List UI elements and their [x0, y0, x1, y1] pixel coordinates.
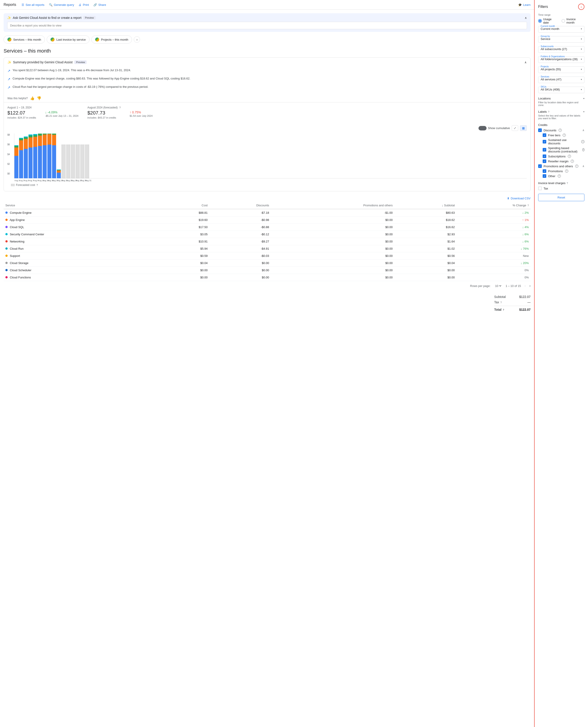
group-by-select[interactable]: Group by Service [538, 36, 584, 43]
total-help-icon[interactable]: ? [503, 309, 504, 311]
invoice-section: Invoice level charges ? Tax [538, 182, 584, 190]
x-label-7: Aug 15 [47, 180, 51, 182]
gemini-input[interactable] [7, 22, 527, 29]
other-help-icon[interactable]: ? [558, 174, 561, 178]
discounts-checkbox[interactable]: ✓ [538, 128, 542, 132]
subaccounts-select[interactable]: Subaccounts All subaccounts (27) [538, 46, 584, 53]
reseller-checkbox[interactable]: ✓ [543, 160, 546, 163]
download-icon: ⬇ [507, 197, 509, 200]
search-icon: 🔍 [49, 3, 52, 6]
summary-bullet-3: ↗ Cloud Run had the largest percentage c… [7, 83, 527, 91]
promotions-expand-icon[interactable]: ∧ [582, 165, 584, 168]
current-month-select[interactable]: Current month Current month [538, 26, 584, 33]
col-service: Service [4, 202, 163, 209]
x-label-0: Aug 1 [14, 180, 18, 182]
gemini-banner-header: ✨ Ask Gemini Cloud Assist to find or cre… [7, 16, 527, 20]
usage-date-radio-circle [538, 19, 542, 23]
forecast-help-icon[interactable]: ? [120, 106, 121, 109]
summary-bullet-1: ↗ You spent $122.07 between Aug 1-19, 20… [7, 67, 527, 75]
subscriptions-checkbox-row: ✓ Subscriptions ? [543, 154, 584, 158]
promotions-others-help-icon[interactable]: ? [575, 165, 579, 168]
subscriptions-checkbox[interactable]: ✓ [543, 154, 546, 158]
labels-row[interactable]: Labels ? [538, 110, 584, 113]
tab-services-this-month[interactable]: Services – this month [4, 36, 45, 44]
forecast-help-icon[interactable]: ? [36, 184, 38, 186]
promotions-others-checkbox[interactable]: ✓ [538, 164, 542, 168]
spending-help-icon[interactable]: ? [582, 148, 584, 151]
locations-filter: Locations Filter by location data like r… [538, 97, 584, 106]
line-chart-button[interactable]: ⤢ [512, 125, 518, 131]
promotions-help-icon[interactable]: ? [565, 169, 568, 173]
skus-select[interactable]: SKUs All SKUs (408) [538, 87, 584, 93]
invoice-month-radio[interactable]: Invoice month [562, 18, 584, 24]
services-select[interactable]: Services All services (47) [538, 77, 584, 83]
generate-query-link[interactable]: 🔍 Generate query [49, 3, 74, 6]
top-nav: Reports ☰ See all reports 🔍 Generate que… [0, 0, 534, 9]
discounts-expand-icon[interactable]: ∧ [582, 129, 584, 132]
folders-select[interactable]: Folders & Organizations All folders/orga… [538, 56, 584, 63]
chart-section: Show cumulative ⤢ ▦ $8 $6 $4 $2 $0 [4, 123, 530, 191]
projects-select[interactable]: Projects All projects (55) [538, 66, 584, 73]
usage-date-radio[interactable]: Usage date [538, 18, 558, 24]
toggle-switch[interactable] [479, 126, 487, 130]
cell-cost: $88.81 [163, 209, 209, 216]
tax-help-icon[interactable]: ? [501, 301, 502, 304]
x-label-4: Aug 9 [33, 180, 37, 182]
thumbs-up-button[interactable]: 👍 [30, 96, 35, 100]
total-row: Total ? $122.07 [494, 306, 530, 312]
tax-invoice-checkbox[interactable] [538, 187, 542, 190]
invoice-level-row: Invoice level charges ? [538, 182, 584, 185]
sustained-checkbox[interactable]: ✓ [543, 140, 546, 144]
pagination-prev-button[interactable]: ‹ [524, 284, 526, 288]
cumulative-toggle[interactable]: Show cumulative [479, 126, 510, 130]
x-labels: Aug 1Aug 3Aug 5Aug 7Aug 9Aug 11Aug 13Aug… [14, 180, 527, 182]
rows-per-page-select[interactable]: 10 25 50 [494, 284, 502, 288]
collapse-filters-button[interactable]: › [578, 4, 584, 10]
tab-last-invoice[interactable]: Last invoice by service [47, 36, 89, 44]
download-csv-button[interactable]: ⬇ Download CSV [507, 197, 530, 200]
change-help-icon[interactable]: ? [527, 204, 529, 207]
sustained-help-icon[interactable]: ? [581, 140, 584, 143]
tab-projects-this-month[interactable]: Projects – this month [91, 36, 132, 44]
pagination-row: Rows per page: 10 25 50 1 – 10 of 15 ‹ › [4, 281, 530, 291]
cell-subtotal: $80.63 [395, 209, 457, 216]
print-link[interactable]: 🖨 Print [79, 3, 89, 6]
col-subtotal[interactable]: ↓ Subtotal [395, 202, 457, 209]
collapse-gemini-icon[interactable]: ∧ [525, 16, 527, 20]
thumbs-down-button[interactable]: 👎 [37, 96, 41, 100]
invoice-help-icon[interactable]: ? [567, 182, 568, 185]
subscriptions-help-icon[interactable]: ? [568, 155, 571, 158]
locations-row[interactable]: Locations [538, 97, 584, 100]
table-row: Cloud Storage $0.04 $0.00 $0.00 $0.04 ↓ … [4, 259, 530, 267]
other-checkbox[interactable]: ✓ [543, 174, 546, 178]
bar-chart-button[interactable]: ▦ [520, 125, 527, 131]
bar-col-8 [52, 133, 56, 178]
pagination-next-button[interactable]: › [529, 284, 530, 288]
cell-subtotal: $0.56 [395, 252, 457, 259]
collapse-summary-icon[interactable]: ∧ [524, 61, 527, 64]
cell-cost: $10.91 [163, 238, 209, 245]
promotions-checkbox[interactable]: ✓ [543, 169, 546, 173]
table-row: Support $0.59 -$0.03 $0.00 $0.56 New [4, 252, 530, 259]
cell-promotions: $0.00 [271, 245, 394, 252]
tabs-next-arrow[interactable]: › [134, 36, 140, 43]
labels-help-icon[interactable]: ? [548, 111, 549, 113]
share-link[interactable]: 🔗 Share [93, 3, 106, 6]
cell-change: ↓ 20% [457, 259, 530, 267]
tax-invoice-row: Tax [538, 187, 584, 190]
cell-change: ↓ 2% [457, 209, 530, 216]
free-tiers-checkbox[interactable]: ✓ [543, 133, 546, 137]
cell-cost: $3.05 [163, 231, 209, 238]
cell-cost: $0.04 [163, 259, 209, 267]
chart-controls: Show cumulative ⤢ ▦ [7, 125, 527, 131]
cell-discounts: -$0.98 [209, 216, 271, 224]
free-tiers-help-icon[interactable]: ? [563, 133, 566, 137]
learn-link[interactable]: 🎓 Learn [518, 3, 530, 6]
discounts-help-icon[interactable]: ? [559, 129, 562, 132]
see-all-reports-link[interactable]: ☰ See all reports [22, 3, 44, 6]
spending-checkbox[interactable]: ✓ [543, 148, 546, 151]
cell-service: Security Command Center [4, 231, 163, 238]
cell-discounts: -$0.88 [209, 224, 271, 231]
reseller-help-icon[interactable]: ? [571, 160, 574, 163]
reset-button[interactable]: Reset [538, 194, 584, 201]
